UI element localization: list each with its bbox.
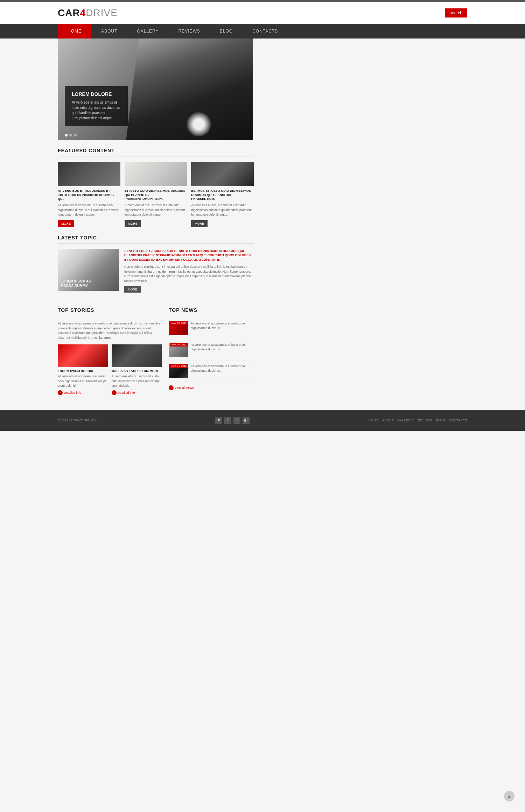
hero-title: LOREM DOLORE [72, 91, 121, 97]
news-date-2: Nov. 04, 2012 [170, 343, 188, 346]
story-detail-label-1: Detailed info [64, 391, 81, 394]
news-text-2: At vero eos et accusamus et iusto odio d… [191, 343, 254, 351]
story-arrow-2: › [112, 390, 117, 395]
featured-more-btn-3[interactable]: MORE [191, 220, 208, 227]
news-thumb-2: Nov. 04, 2012 [169, 343, 188, 357]
footer: © 2013 | PRIVACY POLICY in f t g+ HOME A… [0, 410, 525, 431]
news-text-1: At vero eos et accusamus et iusto odio d… [191, 321, 254, 330]
top-stories-title: TOP STORIES [58, 307, 162, 316]
latest-topic-section: LOREM IPSUM AST MAGNA DUMMY AT VERO EOS … [58, 249, 254, 293]
hero-dot-3[interactable] [74, 134, 77, 136]
story-card-1: LOREM IPSUM DOLORE At vero eos et accusa… [58, 344, 108, 395]
view-all-arrow: › [169, 385, 174, 390]
featured-card-img-3 [191, 162, 254, 186]
social-icons: in f t g+ [215, 417, 250, 424]
social-facebook[interactable]: f [224, 417, 231, 424]
latest-content: AT VERO EOS ET ACCUSA RIUS ET RISTO ODIO… [124, 249, 254, 293]
hero-dots [65, 134, 77, 136]
hero-dot-2[interactable] [69, 134, 72, 136]
story-title-1: LOREM IPSUM DOLORE [58, 369, 108, 373]
featured-card-2: ET IUSTO ODIO DIGNISSIMOS DUCIMUS QUI BL… [125, 162, 187, 227]
nav-reviews[interactable]: REVIEWS [169, 24, 210, 38]
featured-grid: AT VERO EOS ET ACCUSAMUS ET IUSTO ODIO D… [58, 162, 254, 227]
story-img-1 [58, 344, 108, 367]
latest-section-title: LATEST TOPIC [58, 235, 254, 244]
story-card-2: MASSA AS LAOREETUM MODE At vero eos et a… [112, 344, 162, 395]
news-date-1: Nov. 10, 2012 [170, 321, 188, 325]
news-date-3: Nov. 01, 2012 [170, 364, 188, 368]
latest-text: Non proident, similique sunt in culpa qu… [124, 265, 254, 284]
top-news-title: TOP NEWS [169, 307, 254, 316]
news-item-2: Nov. 04, 2012 At vero eos et accusamus e… [169, 343, 254, 360]
featured-card-img-1 [58, 162, 120, 186]
logo-four: 4 [80, 7, 86, 18]
featured-more-btn-1[interactable]: MORE [58, 220, 74, 227]
news-thumb-3: Nov. 01, 2012 [169, 364, 188, 378]
nav-blog[interactable]: BLOG [210, 24, 243, 38]
footer-copy-text: © 2013 | [58, 419, 70, 422]
story-detail-link-2[interactable]: › Detailed info [112, 390, 162, 395]
featured-card-title-1: AT VERO EOS ET ACCUSAMUS ET IUSTO ODIO D… [58, 189, 120, 201]
footer-privacy-link[interactable]: PRIVACY POLICY [71, 419, 97, 422]
featured-section-title: FEATURED CONTENT [58, 148, 254, 156]
latest-caption-line1: LOREM IPSUM AST [61, 279, 93, 284]
footer-nav: HOME ABOUT GALLERY REVIEWS BLOG CONTACTS [369, 419, 467, 422]
social-twitter[interactable]: t [233, 417, 240, 424]
latest-image: LOREM IPSUM AST MAGNA DUMMY [58, 249, 119, 291]
footer-inner: © 2013 | PRIVACY POLICY in f t g+ HOME A… [58, 417, 467, 424]
hero-text: At vero eos et accus amus et iusto odio … [72, 100, 121, 121]
view-all-news[interactable]: › View all news [169, 385, 254, 390]
story-desc-2: At vero eos et accusamus et iusto odio d… [112, 374, 162, 388]
top-stories-intro: At vero eos et accusamus et iusto odio d… [58, 321, 162, 340]
nav-gallery[interactable]: GALLERY [127, 24, 168, 38]
featured-card-text-3: At vero eos et accus amus et iusto odio … [191, 203, 254, 217]
latest-more-btn[interactable]: MORE [124, 286, 141, 293]
story-title-2: MASSA AS LAOREETUM MODE [112, 369, 162, 373]
hero-slider: LOREM DOLORE At vero eos et accus amus e… [58, 38, 253, 140]
logo-car: CAR [58, 7, 80, 18]
latest-image-caption: LOREM IPSUM AST MAGNA DUMMY [61, 279, 93, 288]
featured-card-text-2: At vero eos et accus amus et iusto odio … [125, 203, 187, 217]
footer-nav-about[interactable]: ABOUT [382, 419, 394, 422]
featured-card-1: AT VERO EOS ET ACCUSAMUS ET IUSTO ODIO D… [58, 162, 120, 227]
latest-caption-line2: MAGNA DUMMY [61, 284, 93, 288]
hero-dot-1[interactable] [65, 134, 68, 136]
story-img-2 [112, 344, 162, 367]
hero-wheel [187, 112, 211, 136]
story-desc-1: At vero eos et accusamus et iusto odio d… [58, 374, 108, 388]
hero-caption: LOREM DOLORE At vero eos et accus amus e… [65, 86, 128, 126]
top-stories: TOP STORIES At vero eos et accusamus et … [58, 300, 162, 399]
story-arrow-1: › [58, 390, 63, 395]
logo-drive: DRIVE [86, 7, 118, 18]
story-detail-label-2: Detailed info [118, 391, 135, 394]
bottom-section: TOP STORIES At vero eos et accusamus et … [58, 300, 254, 399]
featured-card-text-1: At vero eos et accus amus et iusto odio … [58, 203, 120, 217]
search-button[interactable]: search [445, 8, 467, 18]
header: CAR4DRIVE search [0, 2, 525, 24]
footer-nav-gallery[interactable]: GALLERY [397, 419, 413, 422]
stories-grid: LOREM IPSUM DOLORE At vero eos et accusa… [58, 344, 162, 395]
nav-about[interactable]: ABOUT [91, 24, 127, 38]
latest-headline: AT VERO EOS ET ACCUSA RIUS ET RISTO ODIO… [124, 249, 254, 262]
main-content: FEATURED CONTENT AT VERO EOS ET ACCUSAMU… [58, 148, 254, 399]
news-text-3: At vero eos et accusamus et iusto odio d… [191, 364, 254, 373]
main-nav: HOME ABOUT GALLERY REVIEWS BLOG CONTACTS [0, 24, 525, 38]
social-linkedin[interactable]: in [215, 417, 222, 424]
news-thumb-1: Nov. 10, 2012 [169, 321, 188, 335]
footer-nav-contacts[interactable]: CONTACTS [449, 419, 467, 422]
nav-contacts[interactable]: CONTACTS [243, 24, 288, 38]
featured-card-img-2 [125, 162, 187, 186]
featured-card-title-2: ET IUSTO ODIO DIGNISSIMOS DUCIMUS QUI BL… [125, 189, 187, 201]
featured-card-title-3: ESAMUS ET IUSTO ODIO DIGNISSIMOS DUCIMUS… [191, 189, 254, 201]
footer-nav-home[interactable]: HOME [369, 419, 379, 422]
nav-home[interactable]: HOME [58, 24, 91, 38]
featured-card-3: ESAMUS ET IUSTO ODIO DIGNISSIMOS DUCIMUS… [191, 162, 254, 227]
news-item-3: Nov. 01, 2012 At vero eos et accusamus e… [169, 364, 254, 382]
top-news: TOP NEWS Nov. 10, 2012 At vero eos et ac… [169, 300, 254, 399]
footer-nav-blog[interactable]: BLOG [436, 419, 445, 422]
logo: CAR4DRIVE [58, 7, 118, 19]
featured-more-btn-2[interactable]: MORE [125, 220, 141, 227]
story-detail-link-1[interactable]: › Detailed info [58, 390, 108, 395]
social-googleplus[interactable]: g+ [243, 417, 250, 424]
footer-nav-reviews[interactable]: REVIEWS [416, 419, 432, 422]
